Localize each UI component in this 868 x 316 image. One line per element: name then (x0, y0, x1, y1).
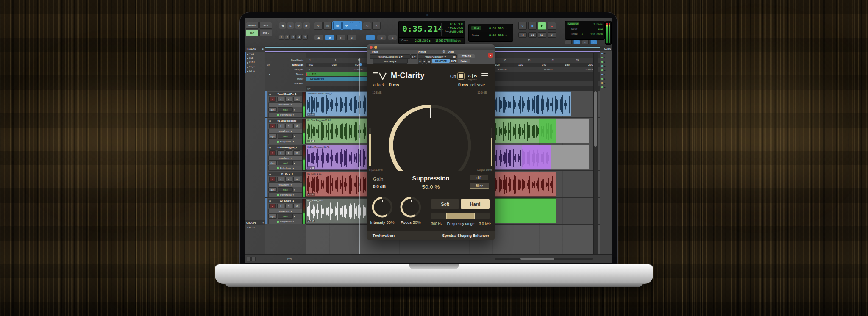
track-color-strip[interactable] (265, 118, 267, 144)
track-input-button[interactable]: I (277, 177, 284, 182)
selection-end[interactable]: 0:32.938 (446, 26, 463, 30)
hard-mode-button[interactable]: Hard (461, 199, 490, 209)
clip-selection-segment[interactable] (522, 145, 551, 170)
track-mute-button[interactable]: M (293, 97, 300, 102)
track-voice-row[interactable]: Polyphonic ▾ (268, 166, 302, 171)
track-mute-button[interactable]: M (293, 177, 300, 182)
slider-handle-right[interactable] (474, 213, 475, 219)
menu-icon[interactable] (481, 78, 488, 78)
clip-list-item[interactable]: ▶ (600, 68, 612, 72)
main-counter[interactable]: 0:35.214 (402, 24, 443, 34)
track-solo-button[interactable]: S (285, 204, 292, 208)
zoom-preset-1[interactable]: 1 (279, 35, 284, 40)
preset-selector[interactable]: <factory default>▾ (418, 54, 453, 59)
nudge-label[interactable]: Nudge (472, 34, 479, 36)
edit-mode-spot[interactable]: SPOT (259, 22, 272, 29)
track-voice-row[interactable]: Polyphonic ▾ (268, 112, 302, 117)
track-voice-row[interactable]: Polyphonic ▾ (268, 192, 302, 197)
vertical-scrollbar[interactable] (593, 53, 598, 254)
zoom-preset-2[interactable]: 2 (285, 35, 290, 40)
track-automation-mode[interactable]: read (278, 187, 293, 192)
minimize-window-icon[interactable] (374, 46, 377, 49)
close-plugin-button[interactable]: ✕ (488, 53, 493, 58)
track-input-button[interactable]: I (277, 204, 284, 208)
track-freeze-icon[interactable]: ◉ (269, 200, 271, 202)
track-automation-mode[interactable]: read (278, 107, 293, 112)
power-toggle[interactable] (457, 72, 465, 80)
freq-low-value[interactable]: 300 Hz (431, 222, 442, 226)
track-mute-button[interactable]: M (293, 150, 300, 155)
online-button[interactable]: ↻ (518, 22, 527, 30)
track-view-selector[interactable]: waveform ▾ (268, 129, 302, 134)
link-track-button[interactable]: ▤ (377, 35, 386, 40)
ruler-label-meter[interactable]: Meter (297, 78, 303, 80)
scrollbar-thumb[interactable] (520, 258, 554, 260)
ruler-label-samples[interactable]: Samples (294, 68, 303, 71)
groups-item-all[interactable]: <ALL> (245, 226, 265, 230)
sidebar-item-02-1[interactable]: ▸ 02_1 (245, 69, 265, 73)
close-window-icon[interactable] (370, 46, 373, 49)
edit-mode-shuffle[interactable]: SHUFFLE (246, 22, 259, 29)
track-solo-button[interactable]: S (285, 97, 292, 102)
tempo-ruler-button[interactable]: ⇄ (582, 40, 589, 44)
scrub-tool-button[interactable]: ∿ (314, 22, 323, 30)
compare-button[interactable]: COMPARE (432, 59, 450, 63)
zoom-vertical-button[interactable]: ⇅ (287, 22, 294, 29)
zoom-out-button[interactable]: ◀ (279, 22, 286, 29)
zoom-horizontal-button[interactable]: ✛ (295, 22, 302, 29)
frequency-range-slider[interactable] (431, 213, 490, 219)
safe-button[interactable]: SAFE (450, 59, 457, 63)
track-view-selector[interactable]: waveform ▾ (268, 155, 302, 161)
zoomer-tool-button[interactable]: ◎ (323, 22, 332, 30)
ab-compare-button[interactable]: A | B (468, 73, 477, 78)
track-color-strip[interactable] (265, 144, 267, 171)
clip-list-item[interactable]: ▶ (600, 64, 612, 68)
zoom-preset-3[interactable]: 3 (291, 35, 296, 40)
track-dyn-button[interactable]: dyn (268, 161, 277, 165)
clip-list-item[interactable]: ▶ (600, 81, 612, 85)
clip-list-item[interactable]: ▶ (600, 51, 612, 55)
sidebar-item-yg1[interactable]: ▸ YG1 (245, 52, 265, 56)
gear-icon[interactable]: ⚙ (442, 50, 445, 53)
track-view-selector[interactable]: waveform ▾ (268, 102, 302, 107)
focus-value[interactable]: 50% (413, 220, 421, 225)
insertion-follows-button[interactable]: ▭ (388, 35, 397, 40)
grabber-tool-button[interactable]: ☞ (352, 22, 360, 30)
track-voice-row[interactable]: Polyphonic ▾ (268, 139, 302, 144)
clip-list-item[interactable]: ▶ (600, 72, 612, 77)
link-timeline-button[interactable]: ∽ (366, 35, 375, 40)
stop-button[interactable]: ■ (528, 22, 537, 30)
bypass-button[interactable]: BYPASS (458, 54, 475, 58)
track-input-button[interactable]: I (277, 124, 284, 128)
slider-fill[interactable] (446, 213, 475, 219)
clip-list-item[interactable]: ▶ (600, 77, 612, 81)
filter-button[interactable]: filter (470, 183, 489, 189)
clips-panel-header[interactable]: CLIPS (600, 46, 612, 51)
save-preset-button[interactable]: ▤ (426, 59, 431, 64)
auto-enable-button[interactable]: ▦ (452, 54, 457, 59)
intensity-knob[interactable] (371, 196, 393, 218)
track-name-row[interactable]: ◉ YamhGrndPn_1 ▾ (268, 92, 305, 96)
clip-list-item[interactable]: ▶ (600, 55, 612, 60)
clip-selection-segment[interactable] (494, 198, 556, 223)
track-name-row[interactable]: ◉ 01 Blue Reggae ▾ (268, 119, 305, 123)
track-freeze-icon[interactable]: ◉ (269, 173, 271, 175)
soft-mode-button[interactable]: Soft (431, 199, 459, 209)
counter-dropdown[interactable]: ▾ (440, 25, 441, 28)
pencil-tool-button[interactable]: ✎ (372, 22, 381, 30)
selection-start[interactable]: 0:32.938 (446, 22, 463, 26)
tempo-label[interactable]: Tempo (570, 33, 578, 35)
clip-list-item[interactable]: ▶ (600, 85, 612, 89)
grid-value[interactable]: 0:01.000 ▾ (489, 27, 507, 30)
previous-preset-button[interactable]: − (418, 59, 422, 64)
metronome-button[interactable]: ♪ (573, 40, 580, 44)
track-list-icon[interactable]: ▤▾ (307, 87, 310, 90)
sidebar-item-01b1[interactable]: ▸ 01B1 (245, 60, 265, 64)
copy-to-b-button[interactable]: copy to B (468, 78, 477, 81)
count-off-toggle[interactable]: Count Off (567, 22, 579, 25)
tab-back-button[interactable]: ◀▶ (314, 35, 323, 40)
track-input-button[interactable]: I (277, 150, 284, 155)
track-view-selector[interactable]: waveform ▾ (268, 209, 302, 214)
intensity-value[interactable]: 50% (387, 220, 395, 225)
track-dyn-button[interactable]: dyn (268, 107, 277, 112)
